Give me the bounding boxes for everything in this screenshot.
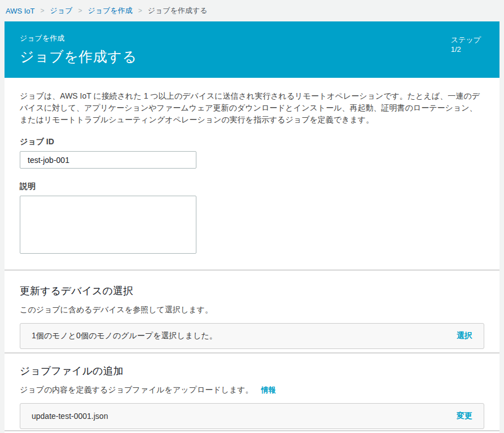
step-indicator: ステップ 1/2: [451, 35, 481, 54]
device-selection-description: このジョブに含めるデバイスを参照して選択します。: [20, 305, 484, 315]
job-id-input[interactable]: [20, 151, 196, 169]
device-selection-section: 更新するデバイスの選択 このジョブに含めるデバイスを参照して選択します。 1個の…: [5, 271, 499, 352]
breadcrumb-separator: >: [138, 7, 142, 15]
page-title: ジョブを作成する: [20, 47, 499, 66]
page-eyebrow: ジョブを作成: [20, 33, 499, 43]
breadcrumb-separator: >: [41, 7, 45, 15]
job-file-heading: ジョブファイルの追加: [20, 364, 484, 378]
breadcrumb-separator: >: [78, 7, 82, 15]
description-textarea[interactable]: [20, 196, 196, 254]
breadcrumb-link-create-job[interactable]: ジョブを作成: [87, 6, 132, 16]
job-file-name: update-test-0001.json: [32, 412, 108, 421]
job-file-box: update-test-0001.json 変更: [20, 403, 484, 429]
device-selection-summary-box: 1個のモノと0個のモノのグループを選択しました。 選択: [20, 323, 484, 349]
job-details-section: ジョブは、AWS IoT に接続された 1 つ以上のデバイスに送信され実行される…: [5, 78, 499, 269]
job-file-description: ジョブの内容を定義するジョブファイルをアップロードします。情報: [20, 385, 484, 395]
change-file-link[interactable]: 変更: [457, 411, 472, 421]
breadcrumb: AWS IoT > ジョブ > ジョブを作成 > ジョブを作成する: [0, 0, 504, 21]
description-label: 説明: [20, 182, 484, 192]
page-header: ジョブを作成 ジョブを作成する ステップ 1/2: [5, 21, 499, 78]
breadcrumb-current-page: ジョブを作成する: [148, 6, 208, 16]
device-selection-heading: 更新するデバイスの選択: [20, 284, 484, 298]
breadcrumb-link-jobs[interactable]: ジョブ: [50, 6, 73, 16]
breadcrumb-link-aws-iot[interactable]: AWS IoT: [6, 7, 35, 15]
step-value: 1/2: [451, 45, 481, 54]
page-content: ジョブを作成 ジョブを作成する ステップ 1/2 ジョブは、AWS IoT に接…: [5, 21, 499, 433]
select-devices-link[interactable]: 選択: [457, 331, 472, 341]
device-selection-summary-text: 1個のモノと0個のモノのグループを選択しました。: [32, 331, 217, 341]
step-label: ステップ: [451, 35, 481, 45]
info-link[interactable]: 情報: [261, 386, 276, 394]
job-file-description-text: ジョブの内容を定義するジョブファイルをアップロードします。: [20, 385, 253, 394]
intro-paragraph: ジョブは、AWS IoT に接続された 1 つ以上のデバイスに送信され実行される…: [20, 90, 484, 126]
job-file-section: ジョブファイルの追加 ジョブの内容を定義するジョブファイルをアップロードします。…: [5, 354, 499, 430]
job-id-label: ジョブ ID: [20, 137, 484, 147]
